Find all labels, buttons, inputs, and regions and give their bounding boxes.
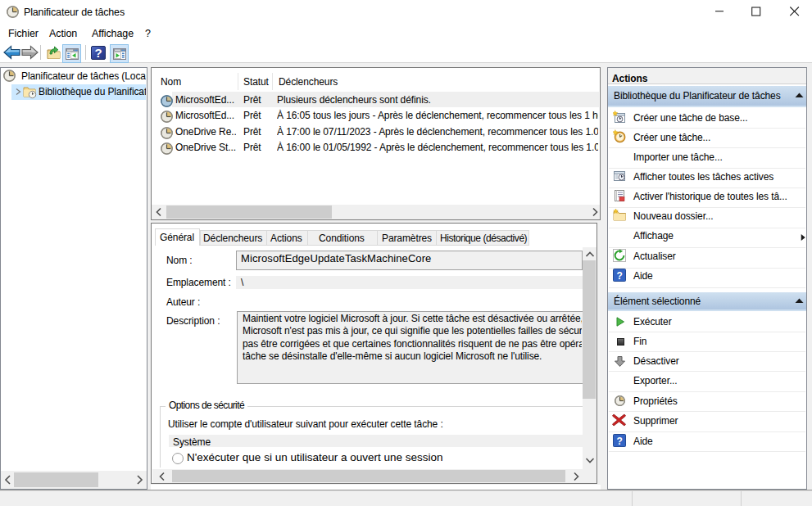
svg-text:?: ?: [616, 270, 622, 282]
svg-text:?: ?: [94, 46, 102, 60]
svg-text:?: ?: [616, 436, 622, 447]
